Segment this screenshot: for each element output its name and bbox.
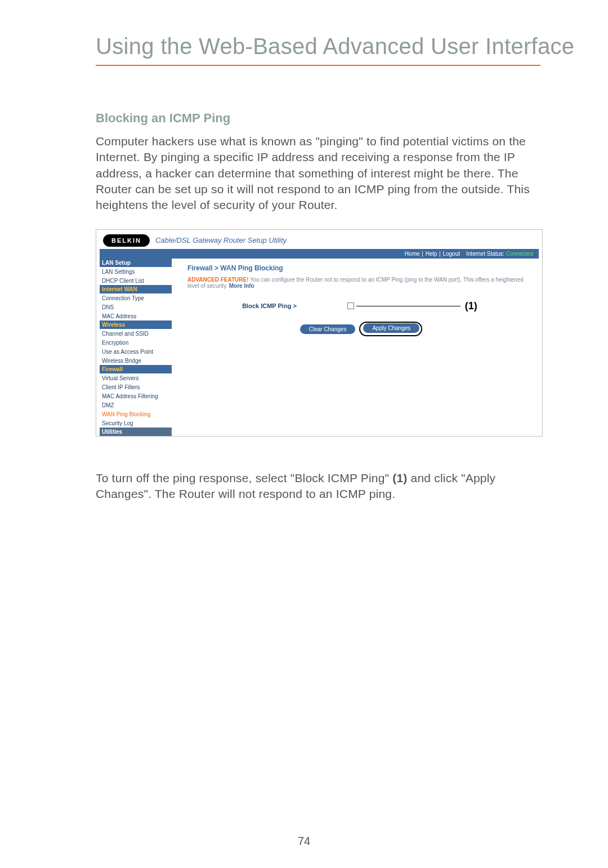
sidebar-item-dmz[interactable]: DMZ [100, 400, 172, 409]
topbar-help[interactable]: Help [426, 251, 437, 257]
block-icmp-label: Block ICMP Ping > [242, 302, 297, 309]
instruction-paragraph: To turn off the ping response, select "B… [96, 470, 540, 502]
more-info-link[interactable]: More Info [229, 283, 254, 289]
sidebar-item-access-point[interactable]: Use as Access Point [100, 347, 172, 356]
apply-changes-button[interactable]: Apply Changes [363, 323, 419, 333]
sidebar-item-virtual-servers[interactable]: Virtual Servers [100, 373, 172, 382]
sidebar-item-client-ip[interactable]: Client IP Filters [100, 382, 172, 391]
page-number: 74 [0, 835, 608, 848]
sidebar-item-lan-settings[interactable]: LAN Settings [100, 267, 172, 276]
callout-line [356, 306, 461, 306]
button-row: Clear Changes Apply Changes [187, 324, 532, 334]
topbar-logout[interactable]: Logout [442, 251, 460, 257]
sidebar-section-lan: LAN Setup [100, 259, 172, 267]
screenshot-body: LAN Setup LAN Settings DHCP Client List … [96, 259, 542, 436]
sidebar-item-mac-filtering[interactable]: MAC Address Filtering [100, 391, 172, 400]
main-panel: Firewall > WAN Ping Blocking ADVANCED FE… [172, 259, 542, 436]
router-admin-screenshot: BELKIN Cable/DSL Gateway Router Setup Ut… [96, 229, 543, 437]
internet-status: Internet Status: Connected [466, 251, 533, 257]
topbar: Home | Help | Logout Internet Status: Co… [100, 249, 539, 259]
sidebar-item-mac-address[interactable]: MAC Address [100, 311, 172, 321]
intro-paragraph: Computer hackers use what is known as "p… [96, 133, 540, 213]
instruction-pre: To turn off the ping response, select "B… [96, 471, 392, 484]
advanced-label: ADVANCED FEATURE! [187, 277, 249, 283]
sidebar-section-wireless: Wireless [100, 321, 172, 329]
clear-changes-button[interactable]: Clear Changes [300, 324, 356, 334]
sidebar-item-dhcp[interactable]: DHCP Client List [100, 276, 172, 285]
block-icmp-row: Block ICMP Ping > (1) [187, 300, 532, 312]
sidebar-section-wan: Internet WAN [100, 285, 172, 293]
sidebar-item-dns[interactable]: DNS [100, 302, 172, 311]
utility-title: Cable/DSL Gateway Router Setup Utility [155, 236, 287, 244]
topbar-links: Home | Help | Logout [404, 251, 461, 257]
sidebar-item-security-log[interactable]: Security Log [100, 419, 172, 428]
breadcrumb: Firewall > WAN Ping Blocking [187, 264, 532, 272]
sidebar-section-utilities: Utilities [100, 428, 172, 436]
sidebar-section-firewall: Firewall [100, 365, 172, 373]
internet-status-label: Internet Status: [466, 251, 504, 257]
belkin-logo: BELKIN [103, 234, 150, 247]
sidebar-item-wan-ping[interactable]: WAN Ping Blocking [100, 409, 172, 419]
internet-status-value: Connected [506, 251, 533, 257]
title-divider [96, 65, 540, 66]
feature-text: ADVANCED FEATURE! You can configure the … [187, 277, 532, 289]
document-page: Using the Web-Based Advanced User Interf… [0, 0, 608, 868]
callout-one: (1) [465, 300, 477, 312]
sidebar-item-wireless-bridge[interactable]: Wireless Bridge [100, 356, 172, 365]
block-icmp-checkbox[interactable] [347, 302, 354, 309]
sidebar: LAN Setup LAN Settings DHCP Client List … [100, 259, 172, 436]
sidebar-item-ssid[interactable]: Channel and SSID [100, 329, 172, 338]
topbar-home[interactable]: Home [405, 251, 420, 257]
screenshot-header: BELKIN Cable/DSL Gateway Router Setup Ut… [96, 230, 542, 247]
page-title: Using the Web-Based Advanced User Interf… [96, 34, 540, 59]
section-heading: Blocking an ICMP Ping [96, 111, 540, 126]
instruction-bold: (1) [392, 471, 407, 484]
sidebar-item-connection-type[interactable]: Connection Type [100, 293, 172, 302]
sidebar-item-encryption[interactable]: Encryption [100, 338, 172, 347]
